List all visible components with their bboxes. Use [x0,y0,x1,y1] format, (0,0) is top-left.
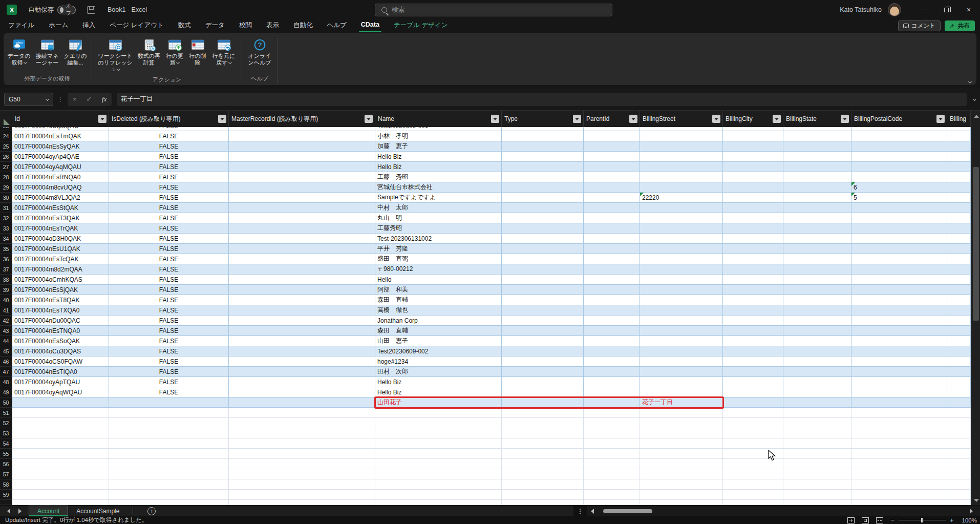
cell-isDeleted-24[interactable]: FALSE [109,131,229,141]
cell-parentId-34[interactable] [584,234,640,244]
insert-function-button[interactable]: fx [102,95,107,103]
cell-name-24[interactable]: 小林 孝明 [375,131,502,141]
cell-masterRecordId-47[interactable] [229,367,375,377]
cell-id-28[interactable]: 0017F00004nEsRNQA0 [12,172,109,182]
cell-billingCity-32[interactable] [723,213,783,223]
cell-name-50[interactable]: 山田花子 [375,397,502,408]
row-number[interactable]: 31 [0,203,12,213]
cell-billingCity-36[interactable] [723,254,783,264]
cell-billingCity-43[interactable] [723,326,783,336]
cell-name-33[interactable]: 工藤秀昭 [375,223,502,234]
tab-校閲[interactable]: 校閲 [233,19,258,32]
column-header-Name[interactable]: Name [375,111,502,127]
cell-billingCity-30[interactable] [723,193,783,203]
row-number[interactable]: 57 [0,469,12,479]
cell-masterRecordId-46[interactable] [229,357,375,367]
cell-billingMore-31[interactable] [947,203,971,213]
cell-billingState-41[interactable] [783,305,851,316]
cell-billingStreet-25[interactable] [640,141,723,152]
cell-type-27[interactable] [502,162,584,172]
cell-masterRecordId-44[interactable] [229,336,375,346]
cell-id-46[interactable]: 0017F00004oCS0FQAW [12,357,109,367]
row-number[interactable]: 54 [0,438,12,449]
cell-billingMore-34[interactable] [947,234,971,244]
cell-isDeleted-37[interactable]: FALSE [109,264,229,275]
column-header-Id[interactable]: Id [12,111,109,127]
cell-isDeleted-54[interactable] [109,438,229,449]
cell-masterRecordId-51[interactable] [229,408,375,418]
cell-type-39[interactable] [502,285,584,295]
cell-billingState-27[interactable] [783,162,851,172]
cell-type-24[interactable] [502,131,584,141]
cell-isDeleted-42[interactable]: FALSE [109,316,229,326]
cell-billingCity-37[interactable] [723,264,783,275]
cell-masterRecordId-35[interactable] [229,244,375,254]
cell-billingCity-45[interactable] [723,346,783,357]
cell-billingState-46[interactable] [783,357,851,367]
cell-billingStreet-51[interactable] [640,408,723,418]
cell-masterRecordId-34[interactable] [229,234,375,244]
cell-masterRecordId-56[interactable] [229,459,375,469]
row-number[interactable]: 29 [0,182,12,193]
avatar[interactable] [888,3,901,16]
cell-billingCity-41[interactable] [723,305,783,316]
cell-billingCity-29[interactable] [723,182,783,193]
cell-billingMore-44[interactable] [947,336,971,346]
cell-isDeleted-23[interactable]: FALSE [109,127,229,131]
cell-billingPostalCode-27[interactable] [851,162,947,172]
row-number[interactable]: 51 [0,408,12,418]
cell-billingStreet-26[interactable] [640,152,723,162]
autosave-control[interactable]: 自動保存 オフ [28,6,76,14]
cell-type-31[interactable] [502,203,584,213]
filter-dropdown-icon[interactable] [841,115,849,123]
row-number[interactable]: 38 [0,275,12,285]
cell-id-52[interactable] [12,418,109,428]
cell-parentId-58[interactable] [584,479,640,490]
cell-billingStreet-45[interactable] [640,346,723,357]
cell-masterRecordId-57[interactable] [229,469,375,479]
cell-isDeleted-55[interactable] [109,449,229,459]
cell-billingPostalCode-39[interactable] [851,285,947,295]
cell-masterRecordId-32[interactable] [229,213,375,223]
zoom-slider[interactable] [899,520,946,520]
cell-type-40[interactable] [502,295,584,305]
cell-parentId-35[interactable] [584,244,640,254]
cell-isDeleted-46[interactable]: FALSE [109,357,229,367]
cell-billingCity-46[interactable] [723,357,783,367]
cell-type-55[interactable] [502,449,584,459]
cell-name-51[interactable] [375,408,502,418]
cell-isDeleted-32[interactable]: FALSE [109,213,229,223]
cell-billingCity-34[interactable] [723,234,783,244]
ribbon-button-接続マネージャー[interactable]: 接続マネージャー [32,37,62,68]
cell-billingStreet-35[interactable] [640,244,723,254]
cell-name-43[interactable]: 森田 直輔 [375,326,502,336]
cell-parentId-57[interactable] [584,469,640,479]
cell-billingPostalCode-34[interactable] [851,234,947,244]
cell-type-57[interactable] [502,469,584,479]
cell-billingCity-56[interactable] [723,459,783,469]
cell-isDeleted-56[interactable] [109,459,229,469]
row-number[interactable]: 23 [0,127,12,131]
scrollbar-split-handle[interactable] [573,506,587,517]
confirm-entry-button[interactable]: ✓ [86,95,92,103]
cell-id-57[interactable] [12,469,109,479]
row-number[interactable]: 45 [0,346,12,357]
row-number[interactable]: 39 [0,285,12,295]
cell-masterRecordId-38[interactable] [229,275,375,285]
cell-isDeleted-43[interactable]: FALSE [109,326,229,336]
cell-id-45[interactable]: 0017F00004oCu3DQAS [12,346,109,357]
cell-name-46[interactable]: hoge#1234 [375,357,502,367]
cell-type-37[interactable] [502,264,584,275]
cell-billingPostalCode-57[interactable] [851,469,947,479]
cell-parentId-36[interactable] [584,254,640,264]
cell-parentId-42[interactable] [584,316,640,326]
cell-billingPostalCode-28[interactable] [851,172,947,182]
share-button[interactable]: 共有 [945,20,975,31]
cell-billingState-31[interactable] [783,203,851,213]
cell-billingMore-49[interactable] [947,387,971,397]
cell-billingStreet-57[interactable] [640,469,723,479]
name-box[interactable]: G50 [4,93,53,106]
cell-id-30[interactable]: 0017F00004m8VLJQA2 [12,193,109,203]
cell-type-26[interactable] [502,152,584,162]
cell-type-36[interactable] [502,254,584,264]
